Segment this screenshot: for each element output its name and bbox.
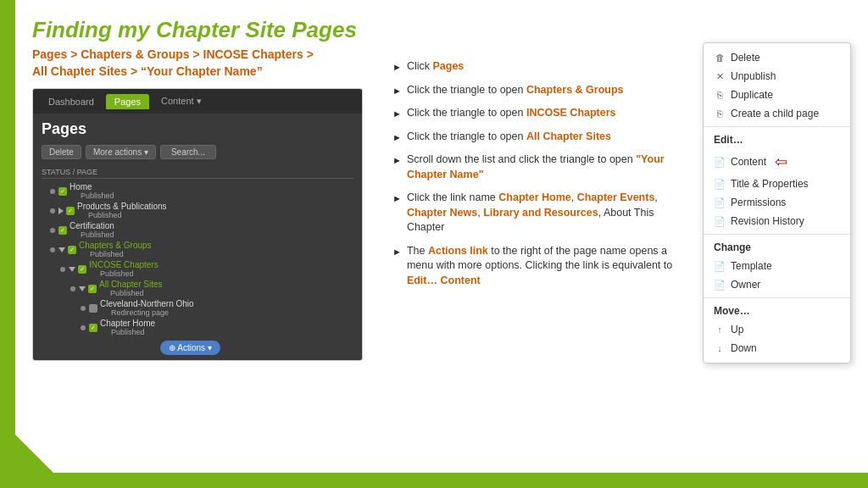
menu-label-permissions: Permissions [731, 197, 786, 208]
bullet-text-5: Scroll down the list and click the trian… [407, 152, 690, 182]
menu-item-owner[interactable]: 📄 Owner [704, 275, 850, 294]
menu-item-revision-history[interactable]: 📄 Revision History [704, 212, 850, 230]
bullet-points-column: ► Click Pages ► Click the triangle to op… [392, 17, 690, 464]
green-bar-bottom [0, 473, 868, 488]
status-icon-grey [89, 304, 97, 313]
pages-link: Pages [432, 60, 464, 72]
main-content: Finding my Chapter Site Pages Pages > Ch… [15, 0, 868, 473]
bullet-arrow-icon: ► [392, 131, 402, 144]
page-name-chapter-home: Chapter Home [100, 319, 155, 328]
bullet-arrow-icon: ► [392, 246, 402, 258]
drag-handle [70, 286, 75, 291]
menu-label-template: Template [731, 260, 772, 272]
tree-row-certification: ✓ Certification Published [42, 220, 353, 240]
expand-triangle-down [58, 247, 65, 252]
drag-handle [50, 228, 55, 233]
menu-item-delete[interactable]: 🗑 Delete [704, 48, 850, 67]
bullet-arrow-icon: ► [392, 85, 402, 97]
all-chapter-sites-link: All Chapter Sites [526, 130, 611, 142]
actions-button[interactable]: ⊕ Actions ▾ [160, 341, 220, 355]
status-icon-green: ✓ [66, 207, 75, 215]
tree-row-home: ✓ Home Published [42, 181, 353, 201]
bullet-4: ► Click the triangle to open All Chapter… [392, 130, 690, 145]
down-icon: ↓ [714, 342, 726, 354]
menu-label-delete: Delete [731, 52, 760, 64]
page-status-cleveland: Redirecting page [111, 308, 194, 317]
menu-item-down[interactable]: ↓ Down [704, 339, 850, 358]
menu-item-create-child[interactable]: ⎘ Create a child page [704, 104, 850, 123]
create-child-icon: ⎘ [714, 108, 726, 119]
context-menu: 🗑 Delete ✕ Unpublish ⎘ Duplicate ⎘ Creat… [703, 42, 851, 363]
bullet-arrow-icon: ► [392, 61, 402, 74]
title-properties-icon: 📄 [714, 178, 726, 190]
duplicate-icon: ⎘ [714, 89, 726, 101]
page-name-certification: Certification [70, 221, 114, 230]
actions-link: Actions link [428, 245, 488, 257]
tree-row-products: ✓ Products & Publications Published [42, 201, 353, 220]
search-btn[interactable]: Search... [160, 145, 216, 159]
bullet-text-3: Click the triangle to open INCOSE Chapte… [407, 106, 690, 121]
page-status-all-chapter-sites: Published [110, 289, 162, 297]
more-actions-btn[interactable]: More actions ▾ [86, 145, 156, 159]
bullet-text-1: Click Pages [407, 59, 690, 75]
bullet-arrow-icon: ► [392, 108, 402, 120]
menu-label-unpublish: Unpublish [731, 70, 776, 82]
chapters-groups-link: Chapters & Groups [526, 84, 624, 96]
status-icon-green: ✓ [78, 265, 86, 274]
cms-screenshot: Dashboard Pages Content ▾ Pages Delete M… [32, 88, 363, 361]
expand-triangle-down [79, 286, 86, 291]
menu-item-unpublish[interactable]: ✕ Unpublish [704, 67, 850, 86]
menu-item-permissions[interactable]: 📄 Permissions [704, 193, 850, 212]
tree-row-cleveland: Cleveland-Northern Ohio Redirecting page [42, 298, 353, 318]
expand-triangle [58, 208, 64, 214]
menu-item-title-properties[interactable]: 📄 Title & Properties [704, 175, 850, 193]
bullet-text-4: Click the triangle to open All Chapter S… [407, 130, 690, 145]
green-bar-left [0, 0, 15, 488]
bullet-text-2: Click the triangle to open Chapters & Gr… [407, 83, 690, 98]
tree-row-incose: ✓ INCOSE Chapters Published [42, 259, 353, 279]
breadcrumb-line1: Pages > Chapters & Groups > INCOSE Chapt… [32, 47, 314, 61]
drag-handle [81, 325, 86, 330]
page-title: Finding my Chapter Site Pages [32, 17, 380, 43]
bullet-text-6: Click the link name Chapter Home, Chapte… [407, 191, 690, 236]
bullet-6: ► Click the link name Chapter Home, Chap… [392, 191, 690, 236]
owner-icon: 📄 [714, 279, 726, 291]
pages-tab[interactable]: Pages [106, 94, 149, 109]
delete-btn[interactable]: Delete [42, 145, 81, 159]
page-name-chapters: Chapters & Groups [79, 241, 152, 250]
menu-label-create-child: Create a child page [731, 108, 819, 119]
menu-divider-1 [704, 126, 850, 127]
page-status-certification: Published [81, 230, 114, 239]
menu-item-template[interactable]: 📄 Template [704, 257, 850, 275]
edit-content-link: Edit… Content [407, 274, 481, 286]
menu-item-up[interactable]: ↑ Up [704, 320, 850, 339]
content-tab[interactable]: Content ▾ [153, 93, 210, 109]
status-icon-green: ✓ [89, 324, 97, 332]
bullet-text-7: The Actions link to the right of the pag… [407, 244, 690, 289]
edit-section-label: Edit… [704, 130, 850, 149]
screenshot-body: Pages Delete More actions ▾ Search... ST… [33, 114, 362, 360]
change-section-label: Change [704, 238, 850, 257]
menu-label-duplicate: Duplicate [731, 89, 773, 101]
screenshot-topbar: Dashboard Pages Content ▾ [33, 89, 362, 114]
pages-heading: Pages [42, 120, 353, 138]
page-status-incose: Published [100, 269, 159, 278]
unpublish-icon: ✕ [714, 70, 726, 82]
breadcrumb-line2: All Chapter Sites > “Your Chapter Name” [32, 64, 263, 78]
page-name-products: Products & Publications [77, 202, 167, 211]
tree-row-all-chapter-sites: ✓ All Chapter Sites Published [42, 279, 353, 298]
red-arrow-indicator: ⇦ [775, 152, 787, 171]
menu-item-duplicate[interactable]: ⎘ Duplicate [704, 86, 850, 104]
bullet-5: ► Scroll down the list and click the tri… [392, 152, 690, 182]
bullet-3: ► Click the triangle to open INCOSE Chap… [392, 106, 690, 121]
status-icon-green: ✓ [88, 285, 97, 293]
menu-divider-2 [704, 234, 850, 235]
menu-item-content[interactable]: 📄 Content ⇦ [704, 149, 850, 175]
dashboard-tab[interactable]: Dashboard [40, 94, 103, 109]
status-icon-green: ✓ [58, 226, 67, 235]
bullet-2: ► Click the triangle to open Chapters & … [392, 83, 690, 98]
status-icon-green: ✓ [58, 187, 67, 196]
expand-triangle-down [69, 267, 75, 272]
page-name-all-chapter-sites: All Chapter Sites [99, 280, 162, 289]
drag-handle [50, 208, 55, 214]
